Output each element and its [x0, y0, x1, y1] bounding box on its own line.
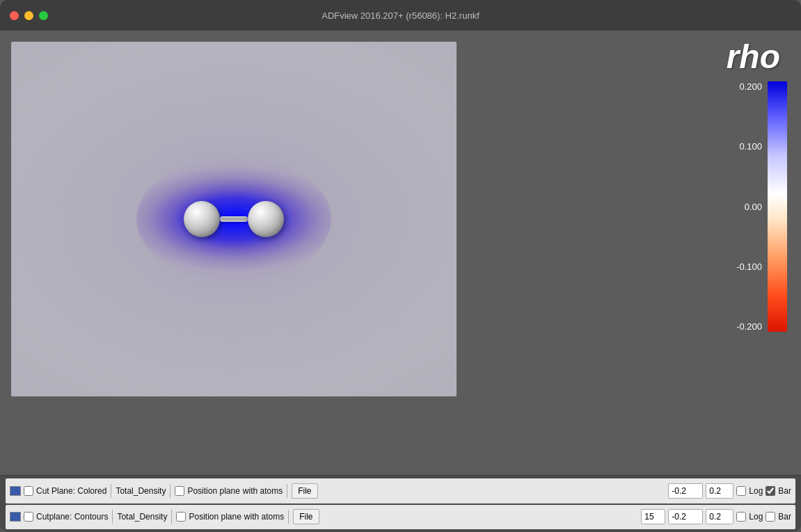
sep-1b: [170, 484, 170, 498]
layer-type-1: Cut Plane: Colored: [36, 486, 106, 496]
rho-label: rho: [727, 38, 780, 76]
layer-visible-2[interactable]: [24, 512, 33, 522]
file-button-2[interactable]: File: [293, 509, 319, 524]
colorbar-wrapper: 0.200 0.100 0.00 -0.100 -0.200: [736, 81, 787, 332]
window-controls: [10, 11, 48, 20]
titlebar: ADFview 2016.207+ (r56086): H2.runkf: [0, 0, 801, 31]
colorbar-mid-high: 0.100: [739, 141, 762, 152]
min-input-2[interactable]: [668, 509, 703, 524]
colorbar-min: -0.200: [736, 321, 762, 332]
sep-1a: [111, 484, 111, 498]
molecule: [184, 201, 284, 237]
toolbar-row-1: Cut Plane: Colored Total_Density Positio…: [6, 478, 795, 503]
with-atoms-label-2: with atoms: [244, 512, 284, 522]
position-plane-check-2[interactable]: [176, 512, 186, 522]
colorbar-zero: 0.00: [745, 202, 762, 212]
position-plane-check-1[interactable]: [175, 486, 184, 496]
log-label-1: Log: [749, 486, 763, 496]
viewport: [11, 42, 457, 396]
min-input-1[interactable]: [668, 483, 703, 499]
atom-1: [184, 201, 220, 237]
bar-label-1: Bar: [778, 486, 791, 496]
layer-type-2: Cutplane: Contours: [36, 512, 108, 522]
log-check-2[interactable]: [736, 512, 746, 522]
main-area: rho 0.200 0.100 0.00 -0.100 -0.200: [0, 31, 801, 475]
sep-1c: [287, 484, 287, 498]
max-input-1[interactable]: [706, 483, 733, 499]
position-plane-label-2: Position plane: [189, 512, 241, 522]
colorbar-labels: 0.200 0.100 0.00 -0.100 -0.200: [736, 81, 762, 332]
window-title: ADFview 2016.207+ (r56086): H2.runkf: [322, 10, 479, 21]
colorbar: [768, 81, 787, 332]
colorscale-container: rho 0.200 0.100 0.00 -0.100 -0.200: [662, 31, 801, 385]
position-plane-label-1: Position plane: [187, 486, 239, 496]
minimize-button[interactable]: [24, 11, 33, 20]
toolbar-row-2: Cutplane: Contours Total_Density Positio…: [6, 505, 795, 530]
contour-count-2[interactable]: [641, 509, 665, 524]
maximize-button[interactable]: [39, 11, 48, 20]
bar-check-1[interactable]: [766, 486, 775, 496]
bar-label-2: Bar: [778, 512, 791, 522]
colorbar-max: 0.200: [739, 81, 762, 92]
bottom-toolbar: Cut Plane: Colored Total_Density Positio…: [0, 475, 801, 532]
application-window: ADFview 2016.207+ (r56086): H2.runkf: [0, 0, 801, 532]
layer-color-swatch-2: [10, 512, 21, 522]
close-button[interactable]: [10, 11, 19, 20]
sep-2c: [288, 510, 289, 524]
with-atoms-label-1: with atoms: [243, 486, 283, 496]
log-check-1[interactable]: [736, 486, 746, 496]
property-2: Total_Density: [117, 512, 167, 522]
colorbar-mid-low: -0.100: [736, 261, 762, 272]
max-input-2[interactable]: [706, 509, 733, 524]
property-1: Total_Density: [116, 486, 166, 496]
sep-2a: [112, 510, 113, 524]
file-button-1[interactable]: File: [292, 483, 317, 499]
atom-2: [248, 201, 284, 237]
layer-color-swatch-1: [10, 486, 21, 496]
bar-check-2[interactable]: [766, 512, 775, 522]
bond: [220, 216, 248, 222]
layer-visible-1[interactable]: [24, 486, 33, 496]
sep-2b: [171, 510, 172, 524]
log-label-2: Log: [749, 512, 763, 522]
